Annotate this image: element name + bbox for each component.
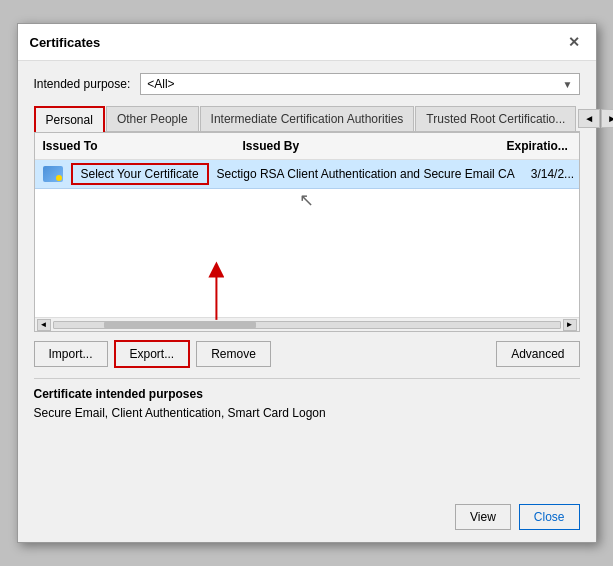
- intended-purpose-label: Intended purpose:: [34, 77, 131, 91]
- scroll-right-arrow[interactable]: ►: [563, 319, 577, 331]
- tab-intermediate[interactable]: Intermediate Certification Authorities: [200, 106, 415, 131]
- certificate-icon: [43, 166, 63, 182]
- close-icon[interactable]: ✕: [564, 32, 584, 52]
- cursor-icon: ↖: [299, 189, 314, 211]
- view-button[interactable]: View: [455, 504, 511, 530]
- intended-purpose-value: <All>: [147, 77, 174, 91]
- certificates-dialog: Certificates ✕ Intended purpose: <All> ▼…: [17, 23, 597, 543]
- close-button[interactable]: Close: [519, 504, 580, 530]
- tab-prev-button[interactable]: ◄: [578, 109, 600, 128]
- action-buttons-row: Import... Export... Remove Advanced: [34, 340, 580, 368]
- tab-next-button[interactable]: ►: [601, 109, 613, 128]
- tab-other-people[interactable]: Other People: [106, 106, 199, 131]
- intended-purpose-row: Intended purpose: <All> ▼: [34, 73, 580, 95]
- view-close-buttons: View Close: [455, 504, 579, 530]
- import-button[interactable]: Import...: [34, 341, 108, 367]
- tabs-row: Personal Other People Intermediate Certi…: [34, 105, 580, 132]
- title-bar: Certificates ✕: [18, 24, 596, 61]
- empty-area: ↖: [35, 189, 579, 211]
- issued-by-cell: Sectigo RSA Client Authentication and Se…: [209, 165, 523, 183]
- tab-personal[interactable]: Personal: [34, 106, 105, 132]
- info-title: Certificate intended purposes: [34, 387, 580, 401]
- info-section: Certificate intended purposes Secure Ema…: [34, 378, 580, 486]
- col-expiry: Expiratio...: [499, 136, 579, 156]
- info-text: Secure Email, Client Authentication, Sma…: [34, 406, 580, 420]
- certificate-table-wrapper: Issued To Issued By Expiratio... Select …: [34, 132, 580, 340]
- table-row[interactable]: Select Your Certificate Sectigo RSA Clie…: [35, 160, 579, 189]
- issued-to-cell: Select Your Certificate: [71, 163, 209, 185]
- chevron-down-icon: ▼: [563, 79, 573, 90]
- expiry-cell: 3/14/2...: [523, 165, 579, 183]
- bottom-row: View Close: [34, 496, 580, 530]
- remove-button[interactable]: Remove: [196, 341, 271, 367]
- scroll-thumb[interactable]: [104, 322, 256, 328]
- tab-trusted-root[interactable]: Trusted Root Certificatio...: [415, 106, 576, 131]
- horizontal-scrollbar[interactable]: ◄ ►: [35, 317, 579, 331]
- intended-purpose-dropdown[interactable]: <All> ▼: [140, 73, 579, 95]
- advanced-button[interactable]: Advanced: [496, 341, 579, 367]
- table-body: Select Your Certificate Sectigo RSA Clie…: [35, 160, 579, 317]
- col-issued-to: Issued To: [35, 136, 235, 156]
- scroll-left-arrow[interactable]: ◄: [37, 319, 51, 331]
- col-issued-by: Issued By: [235, 136, 499, 156]
- certificate-table: Issued To Issued By Expiratio... Select …: [34, 132, 580, 332]
- dialog-title: Certificates: [30, 35, 101, 50]
- cert-icon-cell: [35, 164, 71, 184]
- dialog-body: Intended purpose: <All> ▼ Personal Other…: [18, 61, 596, 542]
- scroll-track[interactable]: [53, 321, 561, 329]
- table-header: Issued To Issued By Expiratio...: [35, 133, 579, 160]
- export-button[interactable]: Export...: [114, 340, 191, 368]
